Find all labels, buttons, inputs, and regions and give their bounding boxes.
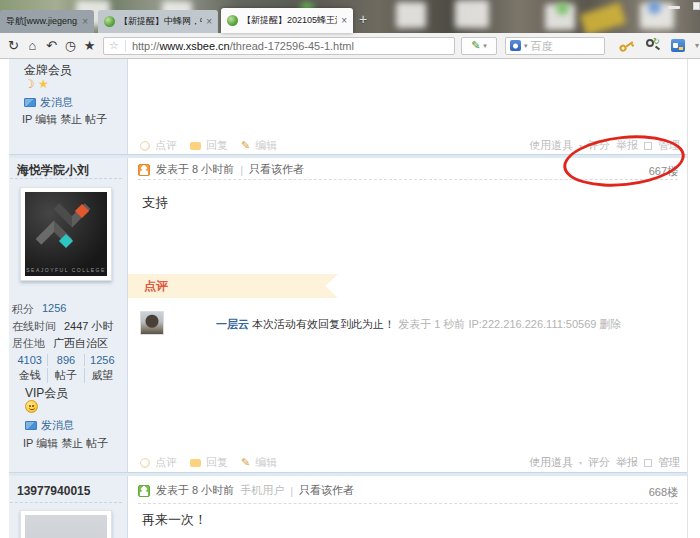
chevron-down-icon[interactable]: ▾ — [483, 42, 487, 50]
stats-labels-row: 金钱 帖子 威望 — [12, 368, 120, 383]
envelope-icon — [24, 98, 36, 107]
forum-page: 金牌会员 ☽ ★ 发消息 IP 编辑 禁止 帖子 点评 回复 ✎ 编辑 使用道具… — [0, 59, 700, 538]
search-box[interactable]: ▾ — [505, 37, 605, 55]
post-author-name[interactable]: 13977940015 — [17, 484, 90, 498]
reply-bubble-icon — [190, 459, 201, 467]
undo-icon[interactable]: ↶ — [42, 38, 61, 53]
credit-value[interactable]: 1256 — [42, 302, 66, 317]
comment-line: 一层云 本次活动有效回复到此为止！ 发表于 1 秒前 IP:222.216.22… — [216, 317, 622, 332]
site-favicon — [104, 16, 115, 27]
page-right-border — [687, 59, 688, 538]
only-author-link[interactable]: 只看该作者 — [249, 162, 304, 177]
url-prefix: http:// — [132, 40, 160, 52]
comment-bubble-icon — [140, 458, 150, 468]
window-corner — [693, 2, 700, 10]
use-magic-link[interactable]: 使用道具 — [529, 455, 573, 470]
bookmark-star-icon[interactable]: ★ — [80, 38, 99, 53]
posted-time: 发表于 8 小时前 — [156, 483, 234, 498]
edit-pencil-icon: ✎ — [241, 456, 250, 469]
post-action-row: 点评 回复 ✎ 编辑 — [140, 455, 285, 470]
author-avatar[interactable] — [20, 510, 112, 538]
money-value[interactable]: 4103 — [12, 354, 47, 366]
browser-toolbar: ↻ ⌂ ↶ ◷ ★ ☆ http://www.xsbee.cn/thread-1… — [0, 33, 700, 59]
location-row: 居住地 广西自治区 — [12, 336, 108, 351]
credit-row: 积分 1256 — [12, 302, 66, 317]
device-label: 手机用户 — [240, 483, 284, 498]
search-input[interactable] — [531, 40, 593, 52]
minimize-button[interactable] — [668, 6, 680, 9]
post-author-name[interactable]: 海悦学院小刘 — [17, 162, 89, 179]
browser-tab-1[interactable]: 导航[www.jiegeng.com]_最... × — [0, 10, 94, 33]
desktop-icon-badge — [648, 1, 661, 14]
refresh-icon[interactable]: ↻ — [4, 38, 23, 53]
envelope-icon — [25, 421, 37, 430]
new-tab-button[interactable]: + — [359, 11, 367, 27]
comment-meta: 发表于 1 秒前 IP:222.216.226.111:50569 — [398, 318, 596, 330]
avatar-image — [25, 515, 107, 538]
history-icon[interactable]: ◷ — [61, 38, 80, 53]
desktop-icon — [396, 2, 426, 28]
search-engine-icon[interactable] — [510, 40, 521, 51]
post-content: 支持 — [142, 194, 168, 212]
edit-button[interactable]: 编辑 — [255, 455, 277, 470]
reply-button[interactable]: 回复 — [206, 455, 228, 470]
comment-button[interactable]: 点评 — [155, 138, 177, 153]
send-message-link[interactable]: 发消息 — [25, 418, 74, 433]
stats-values-row: 4103 896 1256 — [12, 354, 120, 366]
comment-ribbon: 点评 — [128, 274, 338, 298]
comment-bubble-icon — [140, 141, 150, 151]
reply-button[interactable]: 回复 — [206, 138, 228, 153]
rate-link[interactable]: 评分 — [588, 455, 610, 470]
prestige-value[interactable]: 1256 — [85, 354, 120, 366]
avatar-image: SEAJOYFUL COLLEGE — [25, 192, 107, 276]
divider — [125, 40, 126, 52]
manage-checkbox[interactable] — [644, 459, 652, 467]
browser-tab-2[interactable]: 【新提醒】中蜂网，中华蜜蜂，... × — [98, 10, 218, 33]
moderation-links[interactable]: IP 编辑 禁止 帖子 — [22, 112, 107, 127]
moderation-links[interactable]: IP 编辑 禁止 帖子 — [23, 436, 108, 451]
toolbar-overflow-icon[interactable]: ▾ — [695, 41, 699, 50]
url-path: /thread-172596-45-1.html — [230, 40, 354, 52]
send-message-link[interactable]: 发消息 — [24, 95, 73, 110]
close-icon[interactable]: × — [82, 17, 88, 27]
medal-row: ☽ ★ — [24, 77, 49, 91]
note-pen-button[interactable]: ✎ ▾ — [461, 37, 497, 55]
online-time-row: 在线时间 2447 小时 — [12, 319, 114, 334]
pen-icon: ✎ — [471, 39, 480, 52]
comment-username[interactable]: 一层云 — [216, 318, 249, 330]
close-icon[interactable]: × — [206, 17, 212, 27]
divider — [138, 503, 678, 504]
posts-value[interactable]: 896 — [47, 354, 84, 366]
divider — [10, 502, 122, 503]
author-avatar[interactable]: SEAJOYFUL COLLEGE — [20, 187, 112, 281]
translate-search-icon[interactable]: ↻ — [645, 38, 661, 53]
home-icon[interactable]: ⌂ — [23, 38, 42, 53]
comment-button[interactable]: 点评 — [155, 455, 177, 470]
moon-medal-icon: ☽ — [24, 77, 35, 91]
use-magic-link[interactable]: 使用道具 — [529, 138, 573, 153]
floor-number: 668楼 — [649, 485, 678, 500]
author-status-icon — [138, 485, 150, 497]
chevron-down-icon[interactable]: ▾ — [524, 42, 528, 50]
star-medal-icon: ★ — [38, 77, 49, 91]
manage-link[interactable]: 管理 — [658, 455, 680, 470]
browser-tab-active[interactable]: 【新提醒】202105蜂王活动 - ... × — [221, 8, 353, 33]
close-icon[interactable]: × — [341, 16, 347, 26]
smiley-icon — [25, 400, 38, 413]
tab-title: 【新提醒】202105蜂王活动 - ... — [242, 14, 337, 27]
report-link[interactable]: 举报 — [616, 455, 638, 470]
only-author-link[interactable]: 只看该作者 — [299, 483, 354, 498]
reply-bubble-icon — [190, 142, 201, 150]
address-bar[interactable]: ☆ http://www.xsbee.cn/thread-172596-45-1… — [103, 37, 455, 55]
snapshot-icon[interactable] — [671, 39, 685, 52]
comment-delete-link[interactable]: 删除 — [600, 318, 622, 330]
posted-time: 发表于 8 小时前 — [156, 162, 234, 177]
edit-pencil-icon: ✎ — [241, 139, 250, 152]
edit-button[interactable]: 编辑 — [255, 138, 277, 153]
favorite-star-icon[interactable]: ☆ — [109, 39, 119, 52]
avatar-caption: SEAJOYFUL COLLEGE — [25, 267, 107, 273]
comment-avatar[interactable] — [140, 311, 164, 335]
author-status-icon — [138, 164, 150, 176]
tab-title: 【新提醒】中蜂网，中华蜜蜂，... — [119, 15, 202, 28]
password-key-icon[interactable] — [616, 35, 637, 56]
